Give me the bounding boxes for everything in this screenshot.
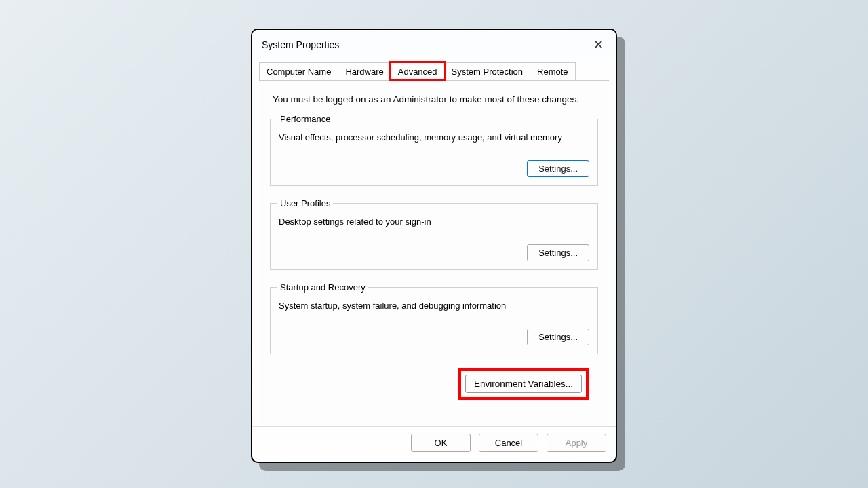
startup-recovery-group: Startup and Recovery System startup, sys… — [270, 282, 598, 354]
performance-desc: Visual effects, processor scheduling, me… — [279, 132, 589, 143]
titlebar: System Properties ✕ — [252, 30, 616, 58]
user-profiles-group: User Profiles Desktop settings related t… — [270, 198, 598, 270]
window-title: System Properties — [262, 39, 339, 50]
user-profiles-desc: Desktop settings related to your sign-in — [279, 217, 589, 227]
admin-notice: You must be logged on as an Administrato… — [273, 94, 598, 105]
performance-group: Performance Visual effects, processor sc… — [270, 114, 598, 186]
performance-legend: Performance — [277, 114, 333, 124]
tab-advanced[interactable]: Advanced — [391, 62, 445, 80]
close-button[interactable]: ✕ — [589, 35, 608, 54]
apply-button[interactable]: Apply — [547, 434, 606, 452]
environment-variables-button[interactable]: Environment Variables... — [465, 375, 582, 393]
ok-button[interactable]: OK — [411, 434, 471, 452]
system-properties-window: System Properties ✕ Computer Name Hardwa… — [251, 29, 617, 463]
close-icon: ✕ — [593, 37, 604, 52]
tab-system-protection[interactable]: System Protection — [444, 62, 531, 80]
tab-hardware[interactable]: Hardware — [338, 62, 391, 80]
tab-strip: Computer Name Hardware Advanced System P… — [252, 58, 616, 80]
user-profiles-legend: User Profiles — [277, 198, 333, 208]
user-profiles-settings-button[interactable]: Settings... — [527, 244, 589, 261]
performance-settings-button[interactable]: Settings... — [527, 160, 589, 177]
cancel-button[interactable]: Cancel — [479, 434, 538, 452]
env-highlight: Environment Variables... — [458, 368, 589, 400]
tab-remote[interactable]: Remote — [530, 62, 576, 80]
tab-content: You must be logged on as an Administrato… — [259, 80, 609, 426]
startup-recovery-legend: Startup and Recovery — [277, 282, 368, 293]
dialog-footer: OK Cancel Apply — [252, 426, 616, 462]
env-row: Environment Variables... — [270, 367, 598, 404]
tab-computer-name[interactable]: Computer Name — [259, 62, 338, 80]
startup-recovery-settings-button[interactable]: Settings... — [527, 329, 589, 345]
startup-recovery-desc: System startup, system failure, and debu… — [279, 301, 589, 311]
